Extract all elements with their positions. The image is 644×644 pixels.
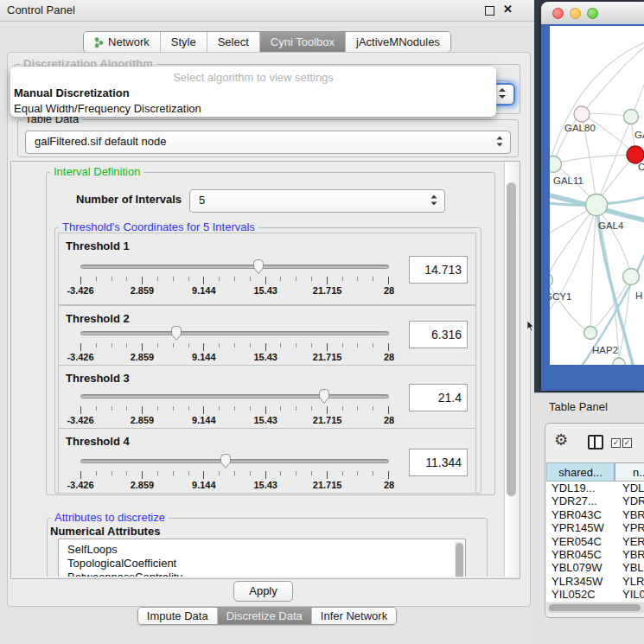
table-row[interactable]: YBR045CYBR0 [546, 548, 644, 561]
panel-title: Control Panel [7, 3, 75, 16]
tab-cyni-toolbox[interactable]: Cyni Toolbox [259, 32, 345, 52]
network-node-hap2[interactable] [584, 327, 597, 340]
threshold-value-input[interactable] [409, 384, 468, 411]
threshold-value-input[interactable] [409, 449, 468, 476]
list-scrollbar-thumb[interactable] [456, 543, 463, 577]
horizontal-scrollbar[interactable] [546, 603, 644, 613]
slider-major-ticks [80, 471, 389, 479]
tick-label: 9.144 [192, 352, 216, 362]
gear-icon[interactable]: ⚙ [554, 432, 568, 448]
table-data-combobox[interactable]: galFiltered.sif default node [25, 131, 511, 154]
tick-label: 9.144 [192, 415, 216, 425]
threshold-value-input[interactable] [409, 256, 468, 284]
apply-button[interactable]: Apply [233, 581, 293, 602]
column-header-name[interactable]: n... [615, 462, 644, 481]
node-label: HAP2 [592, 345, 618, 355]
tab-discretize-data[interactable]: Discretize Data [217, 608, 311, 624]
tick-label: 2.859 [131, 480, 155, 490]
vertical-scrollbar[interactable] [505, 162, 519, 577]
list-scrollbar[interactable] [455, 541, 464, 577]
table-panel: ⚙ ✓ ✓ shared... n... YDL19...YDL1YDR27..… [545, 423, 644, 618]
popup-item-manual-discretization[interactable]: Manual Discretization [10, 86, 496, 101]
tab-label: Network [108, 35, 150, 48]
tab-impute-data[interactable]: Impute Data [138, 608, 217, 624]
number-of-intervals-combobox[interactable]: 5 [189, 189, 445, 213]
slider-thumb[interactable] [318, 388, 331, 408]
close-icon[interactable]: ✕ [503, 3, 513, 16]
checkbox-icon[interactable]: ✓ [622, 438, 632, 448]
top-tab-group: NetworkStyleSelectCyni ToolboxjActiveMNo… [83, 31, 451, 53]
network-node-c[interactable] [627, 146, 644, 163]
algorithm-popup-list: Manual DiscretizationEqual Width/Frequen… [10, 86, 496, 117]
attribute-item-betweennesscentrality[interactable]: BetweennessCentrality [59, 571, 465, 577]
attribute-item-topologicalcoefficient[interactable]: TopologicalCoefficient [59, 557, 465, 571]
split-view-icon[interactable] [588, 435, 603, 450]
slider-thumb[interactable] [169, 325, 182, 345]
network-node-ga[interactable] [624, 110, 639, 124]
slider-track[interactable] [80, 459, 389, 463]
table-row[interactable]: YER054CYER0 [546, 535, 644, 548]
table-row[interactable]: YDL19...YDL1 [546, 481, 644, 494]
tick-label: -3.426 [67, 415, 93, 425]
table-row[interactable]: YIL052CYIL0 [546, 588, 644, 601]
tick-label: 9.144 [192, 480, 216, 490]
tab-network[interactable]: Network [84, 32, 160, 52]
table-row[interactable]: YLR345WYLR3 [546, 575, 644, 588]
network-node-h[interactable] [623, 269, 640, 285]
threshold-slider[interactable]: -3.4262.8599.14415.4321.71528 [80, 453, 389, 493]
tab-style[interactable]: Style [160, 32, 207, 52]
window-titlebar[interactable] [541, 2, 644, 25]
threshold-value-input[interactable] [409, 321, 468, 348]
slider-track[interactable] [80, 265, 389, 269]
threshold-slider[interactable]: -3.4262.8599.14415.4321.71528 [80, 325, 389, 365]
column-header-shared-name[interactable]: shared... [546, 462, 615, 481]
traffic-light-close-icon[interactable] [552, 8, 564, 19]
table-cell: YBL0 [622, 561, 644, 574]
checkbox-icon[interactable]: ✓ [611, 438, 621, 448]
table-row[interactable]: YDR27...YDR2 [546, 494, 644, 507]
slider-track[interactable] [80, 331, 389, 335]
tick-label: -3.426 [67, 480, 93, 490]
slider-track[interactable] [80, 394, 389, 399]
tab-jactivemnodules[interactable]: jActiveMNodules [345, 32, 450, 52]
node-label: GAL11 [553, 175, 583, 186]
table-cell: YDL1 [622, 481, 644, 494]
network-node-gal4[interactable] [586, 194, 608, 216]
numerical-attributes-items: SelfLoopsTopologicalCoefficientBetweenne… [59, 543, 465, 577]
tab-label: Select [218, 35, 249, 48]
table-cell: YPR1 [622, 521, 644, 534]
attribute-item-selfloops[interactable]: SelfLoops [59, 543, 465, 557]
network-canvas[interactable]: GAL80GACGAL11GAL4GCY1HHAP2 [550, 26, 644, 365]
tab-label: Infer Network [321, 609, 387, 622]
threshold-slider[interactable]: -3.4262.8599.14415.4321.71528 [80, 388, 389, 428]
bottom-tab-group: Impute DataDiscretize DataInfer Network [137, 607, 397, 625]
node-label: GCY1 [550, 291, 571, 302]
right-region: GAL80GACGAL11GAL4GCY1HHAP2 Table Panel ⚙… [534, 0, 644, 644]
horizontal-scrollbar-thumb[interactable] [549, 604, 641, 611]
tick-label: 21.715 [313, 480, 342, 490]
scrollbar-thumb[interactable] [507, 182, 516, 496]
tick-label: 21.715 [313, 352, 342, 362]
network-node[interactable] [613, 358, 625, 365]
table-panel-title: Table Panel [549, 400, 608, 413]
slider-major-ticks [80, 343, 389, 351]
slider-thumb[interactable] [252, 258, 265, 278]
table-cell: YER0 [622, 535, 644, 548]
network-node-gcy1[interactable] [550, 274, 553, 287]
network-node-gal11[interactable] [550, 156, 562, 173]
threshold-slider[interactable]: -3.4262.8599.14415.4321.71528 [80, 258, 389, 298]
tab-select[interactable]: Select [207, 32, 259, 52]
traffic-light-minimize-icon[interactable] [570, 8, 581, 19]
tab-infer-network[interactable]: Infer Network [311, 608, 396, 624]
slider-thumb[interactable] [219, 453, 232, 473]
table-row[interactable]: YBL079WYBL0 [546, 561, 644, 574]
table-row[interactable]: YBR043CYBR0 [546, 508, 644, 521]
table-row[interactable]: YPR145WYPR1 [546, 521, 644, 534]
tick-label: 15.43 [253, 352, 277, 362]
table-cell: YBL079W [552, 561, 603, 574]
popup-item-equal-width-frequency-discretization[interactable]: Equal Width/Frequency Discretization [10, 101, 496, 117]
float-window-icon[interactable] [485, 6, 494, 16]
traffic-light-zoom-icon[interactable] [587, 8, 598, 19]
network-node-gal80[interactable] [574, 106, 590, 122]
tick-label: 2.859 [131, 285, 155, 296]
